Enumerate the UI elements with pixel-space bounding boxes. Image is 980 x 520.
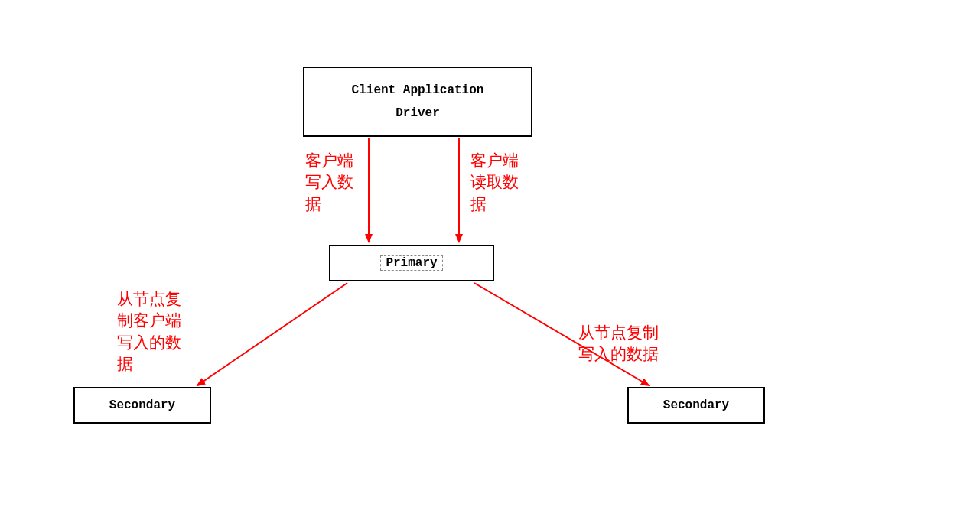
label-replicate-right: 从节点复制写入的数据 xyxy=(578,322,670,366)
primary-node: Primary xyxy=(329,245,494,281)
secondary-left-node: Secondary xyxy=(73,387,211,424)
arrow-replicate-left xyxy=(197,283,347,385)
secondary-right-label: Secondary xyxy=(663,398,729,412)
client-line2: Driver xyxy=(396,102,440,125)
label-client-write: 客户端写入数据 xyxy=(305,150,359,215)
secondary-left-label: Secondary xyxy=(109,398,175,412)
secondary-right-node: Secondary xyxy=(627,387,765,424)
label-replicate-left: 从节点复制客户端写入的数据 xyxy=(117,288,186,375)
label-client-read: 客户端读取数据 xyxy=(470,150,524,215)
primary-label: Primary xyxy=(380,255,442,271)
client-line1: Client Application xyxy=(352,79,484,102)
client-application-node: Client Application Driver xyxy=(303,67,532,137)
